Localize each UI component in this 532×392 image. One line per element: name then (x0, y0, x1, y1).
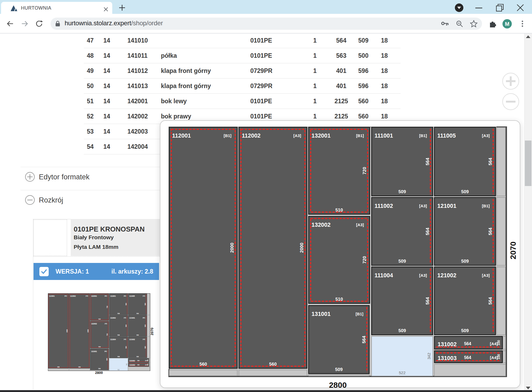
svg-text:[A4]: [A4] (490, 341, 498, 346)
svg-text:510: 510 (335, 297, 343, 302)
svg-text:509: 509 (461, 328, 469, 333)
svg-text:564: 564 (425, 158, 430, 165)
svg-text:131003: 131003 (438, 355, 457, 361)
svg-text:510: 510 (335, 208, 343, 213)
svg-text:522: 522 (399, 370, 405, 375)
svg-text:564: 564 (425, 228, 430, 235)
svg-text:509: 509 (398, 189, 406, 194)
svg-text:564: 564 (464, 355, 471, 360)
svg-text:112001: 112001 (172, 133, 191, 139)
svg-text:564: 564 (488, 158, 493, 165)
svg-text:111004: 111004 (375, 272, 393, 279)
svg-text:[B1]: [B1] (356, 133, 364, 138)
svg-text:564: 564 (464, 341, 471, 346)
svg-text:509: 509 (461, 189, 469, 194)
svg-text:[B1]: [B1] (356, 312, 363, 316)
svg-text:M: M (505, 21, 509, 27)
svg-text:509: 509 (398, 259, 406, 264)
svg-text:560: 560 (269, 362, 277, 367)
svg-text:[A3]: [A3] (482, 273, 490, 278)
svg-text:111005: 111005 (437, 133, 456, 139)
svg-text:121002: 121002 (437, 272, 456, 279)
svg-text:509: 509 (335, 367, 343, 372)
svg-text:[A3]: [A3] (482, 133, 490, 138)
svg-text:2000: 2000 (230, 243, 235, 253)
svg-text:[B1]: [B1] (419, 133, 427, 138)
svg-text:111002: 111002 (375, 203, 393, 209)
svg-text:[B1]: [B1] (482, 204, 490, 208)
svg-text:564: 564 (488, 228, 493, 235)
svg-text:[A3]: [A3] (419, 204, 427, 208)
svg-text:[A3]: [A3] (293, 133, 301, 138)
svg-text:2000: 2000 (299, 243, 304, 253)
svg-text:121001: 121001 (437, 203, 456, 209)
svg-text:132002: 132002 (311, 222, 331, 228)
svg-text:131001: 131001 (311, 311, 331, 317)
svg-text:100: 100 (497, 354, 501, 359)
svg-text:[B1]: [B1] (224, 133, 231, 138)
svg-text:564: 564 (488, 297, 493, 305)
svg-text:[A3]: [A3] (356, 222, 364, 227)
svg-text:720: 720 (362, 256, 367, 263)
svg-text:342: 342 (427, 353, 431, 359)
svg-text:509: 509 (461, 259, 469, 264)
svg-text:720: 720 (362, 167, 367, 174)
svg-text:564: 564 (425, 297, 430, 305)
svg-text:100: 100 (497, 340, 501, 345)
svg-text:509: 509 (398, 328, 406, 333)
svg-text:[A3]: [A3] (419, 273, 427, 278)
svg-text:111001: 111001 (375, 133, 393, 139)
svg-text:112002: 112002 (242, 133, 261, 139)
svg-text:131002: 131002 (438, 341, 457, 348)
svg-text:132001: 132001 (311, 133, 331, 139)
svg-text:560: 560 (200, 362, 207, 367)
svg-text:564: 564 (361, 336, 367, 343)
